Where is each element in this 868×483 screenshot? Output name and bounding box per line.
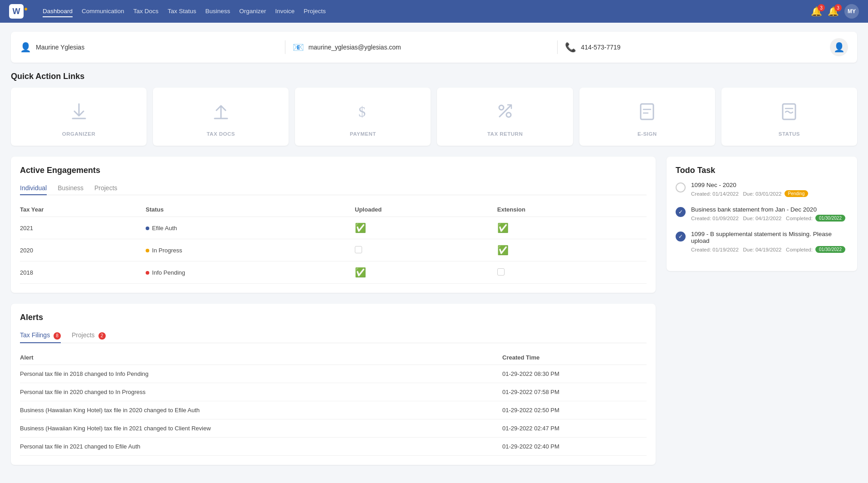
organizer-icon (68, 100, 90, 125)
todo-meta: Created: 01/19/2022 Due: 04/19/2022 Comp… (691, 246, 848, 253)
action-tax-return[interactable]: TAX RETURN (437, 88, 573, 146)
nav-tax-docs[interactable]: Tax Docs (133, 6, 159, 17)
divider-1 (285, 40, 285, 54)
phone-icon: 📞 (565, 42, 576, 53)
alerts-card: Alerts Tax Filings 8 Projects 2 (11, 304, 656, 465)
alert-text: Business (Hawaiian King Hotel) tax file … (20, 401, 502, 419)
alert-text: Personal tax file in 2020 changed to In … (20, 383, 502, 401)
user-phone-item: 📞 414-573-7719 (565, 42, 823, 53)
alert-time: 01-29-2022 02:50 PM (502, 401, 647, 419)
svg-line-3 (500, 106, 510, 117)
todo-title: 1099 Nec - 2020 (691, 182, 808, 188)
svg-point-2 (506, 113, 511, 117)
user-email: maurine_yglesias@yglesias.com (309, 44, 401, 51)
todo-content: 1099 Nec - 2020 Created: 01/14/2022 Due:… (691, 182, 808, 197)
engagement-tabs: Individual Business Projects (20, 182, 647, 195)
quick-actions-grid: ORGANIZER TAX DOCS $ PAY (11, 88, 857, 146)
alerts-table: Alert Created Time Personal tax file in … (20, 350, 647, 456)
list-item: Personal tax file in 2018 changed to Inf… (20, 365, 647, 383)
todo-circle[interactable]: ✓ (676, 232, 686, 242)
alert-time: 01-29-2022 02:40 PM (502, 437, 647, 455)
logo[interactable]: W (9, 4, 27, 19)
check-icon: ✅ (355, 267, 366, 277)
year-cell: 2020 (20, 239, 146, 261)
nav-dashboard[interactable]: Dashboard (43, 6, 73, 17)
action-tax-docs[interactable]: TAX DOCS (153, 88, 289, 146)
empty-check (497, 268, 505, 276)
logo-w: W (9, 4, 24, 19)
col-alert: Alert (20, 350, 502, 365)
projects-badge: 2 (98, 332, 106, 340)
todo-list: 1099 Nec - 2020 Created: 01/14/2022 Due:… (676, 182, 848, 253)
nav-links: Dashboard Communication Tax Docs Tax Sta… (43, 6, 800, 17)
user-name-item: 👤 Maurine Yglesias (20, 42, 278, 53)
notifications-button[interactable]: 🔔 3 (811, 6, 822, 17)
col-created-time: Created Time (502, 350, 647, 365)
status-cell: Efile Auth (146, 217, 355, 239)
tab-individual[interactable]: Individual (20, 182, 47, 195)
user-profile-button[interactable]: 👤 (830, 38, 848, 56)
active-engagements-title: Active Engagements (20, 166, 647, 175)
todo-task-title: Todo Task (676, 166, 848, 175)
status-icon (778, 100, 800, 125)
alerts-button[interactable]: 🔔 3 (828, 6, 839, 17)
alerts-badge: 3 (834, 4, 842, 11)
list-item: Business (Hawaiian King Hotel) tax file … (20, 401, 647, 419)
nav-invoice[interactable]: Invoice (275, 6, 294, 17)
tab-tax-filings[interactable]: Tax Filings 8 (20, 329, 61, 343)
user-icon: 👤 (20, 42, 31, 53)
nav-organizer[interactable]: Organizer (239, 6, 266, 17)
col-status: Status (146, 202, 355, 217)
pending-badge: Pending (785, 190, 809, 197)
payment-label: PAYMENT (350, 131, 376, 137)
check-icon: ✅ (355, 223, 366, 233)
action-esign[interactable]: E-SIGN (579, 88, 715, 146)
nav-tax-status[interactable]: Tax Status (167, 6, 196, 17)
tab-projects[interactable]: Projects (94, 182, 118, 195)
tab-projects-alerts[interactable]: Projects 2 (72, 329, 105, 343)
uploaded-cell (355, 239, 497, 261)
esign-icon (636, 100, 658, 125)
tab-business[interactable]: Business (58, 182, 83, 195)
done-badge: 01/30/2022 (815, 246, 845, 253)
uploaded-cell: ✅ (355, 217, 497, 239)
list-item: Personal tax file in 2021 changed to Efi… (20, 437, 647, 455)
quick-actions-section: Quick Action Links ORGANIZER (11, 72, 857, 146)
nav-business[interactable]: Business (205, 6, 230, 17)
status-dot (146, 227, 149, 230)
nav-communication[interactable]: Communication (82, 6, 124, 17)
alerts-section: Alerts Tax Filings 8 Projects 2 (11, 304, 656, 465)
tax-return-icon (494, 100, 516, 125)
todo-meta: Created: 01/09/2022 Due: 04/12/2022 Comp… (691, 215, 845, 222)
check-icon: ✅ (497, 245, 509, 255)
col-extension: Extension (497, 202, 647, 217)
user-avatar-nav[interactable]: MY (844, 4, 859, 19)
svg-text:$: $ (358, 104, 366, 120)
todo-task-card: Todo Task 1099 Nec - 2020 Created: 01/14… (667, 157, 857, 271)
list-item: Business (Hawaiian King Hotel) tax file … (20, 419, 647, 437)
tax-filings-badge: 8 (54, 332, 61, 340)
table-row: 2021 Efile Auth ✅ ✅ (20, 217, 647, 239)
user-info-bar: 👤 Maurine Yglesias 📧 maurine_yglesias@yg… (11, 32, 857, 63)
col-uploaded: Uploaded (355, 202, 497, 217)
alert-time: 01-29-2022 07:58 PM (502, 383, 647, 401)
todo-meta: Created: 01/14/2022 Due: 03/01/2022Pendi… (691, 190, 808, 197)
action-organizer[interactable]: ORGANIZER (11, 88, 147, 146)
action-payment[interactable]: $ PAYMENT (295, 88, 431, 146)
nav-projects[interactable]: Projects (304, 6, 326, 17)
action-status[interactable]: STATUS (721, 88, 857, 146)
todo-title: 1099 - B supplemental statement is Missi… (691, 231, 848, 244)
extension-cell: ✅ (497, 239, 647, 261)
alert-time: 01-29-2022 08:30 PM (502, 365, 647, 383)
check-icon: ✅ (497, 223, 509, 233)
todo-circle[interactable]: ✓ (676, 207, 686, 217)
year-cell: 2021 (20, 217, 146, 239)
svg-point-1 (499, 105, 504, 110)
status-cell: Info Pending (146, 261, 355, 284)
quick-actions-title: Quick Action Links (11, 72, 857, 81)
nav-right: 🔔 3 🔔 3 MY (811, 4, 859, 19)
col-tax-year: Tax Year (20, 202, 146, 217)
notifications-badge: 3 (818, 4, 825, 11)
todo-circle[interactable] (676, 182, 686, 192)
alert-text: Business (Hawaiian King Hotel) tax file … (20, 419, 502, 437)
